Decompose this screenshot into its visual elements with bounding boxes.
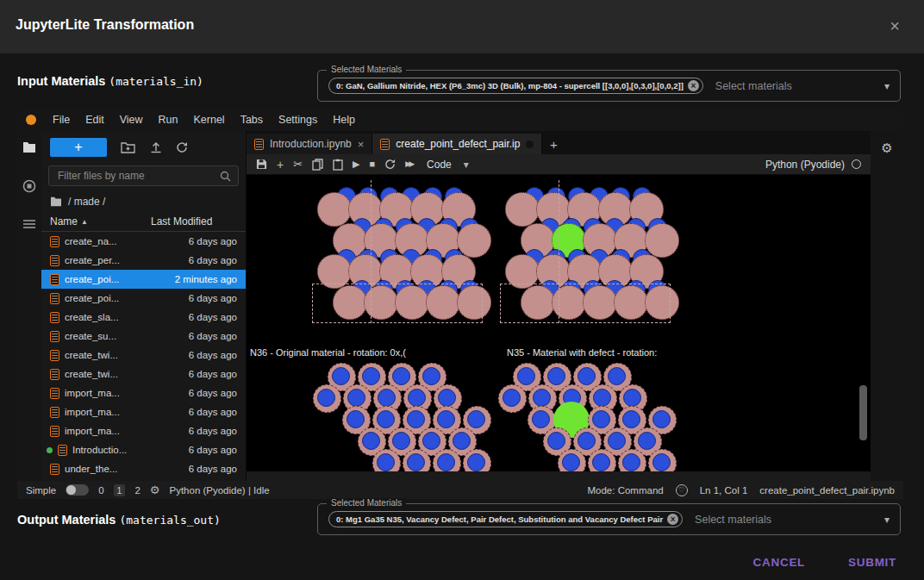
file-row[interactable]: create_sla...6 days ago — [41, 308, 246, 327]
new-tab-button[interactable]: + — [542, 134, 565, 154]
notebook-content[interactable]: N36 - Original material - rotation: 0x,(… — [247, 175, 871, 471]
cancel-button[interactable]: CANCEL — [748, 555, 810, 570]
menu-item-edit[interactable]: Edit — [78, 114, 112, 126]
cut-cell-icon[interactable]: ✂ — [293, 159, 303, 170]
cell-type-dropdown[interactable]: Code ▾ — [427, 159, 469, 171]
tab-create-point-defect-pair[interactable]: create_point_defect_pair.ip — [372, 134, 542, 154]
active-file-name: create_point_defect_pair.ipynb — [759, 485, 895, 496]
file-row[interactable]: create_per...6 days ago — [41, 251, 246, 270]
materials-in-code: (materials_in) — [109, 75, 203, 88]
atom-core — [407, 410, 425, 428]
upload-icon[interactable] — [150, 141, 162, 153]
kernel-indicator[interactable]: Python (Pyodide) — [765, 159, 861, 171]
submit-button[interactable]: SUBMIT — [843, 555, 902, 570]
copy-cell-icon[interactable] — [312, 159, 323, 171]
atom-core — [408, 389, 426, 407]
file-row[interactable]: import_ma...6 days ago — [41, 384, 246, 402]
save-icon[interactable] — [256, 159, 267, 170]
chip-remove-icon[interactable]: × — [688, 80, 699, 91]
file-row[interactable]: Introductio...6 days ago — [41, 440, 246, 459]
paste-cell-icon[interactable] — [333, 159, 343, 171]
file-row[interactable]: create_twi...6 days ago — [41, 365, 246, 384]
property-inspector-icon[interactable]: ⚙ — [881, 141, 892, 481]
atom-core — [377, 453, 395, 471]
output-material-chip[interactable]: 0: Mg1 Ga35 N35, Vacancy Defect, Pair De… — [328, 511, 683, 527]
atom-core — [453, 432, 471, 450]
stop-kernel-icon[interactable]: ■ — [370, 159, 376, 169]
atom-core — [547, 367, 565, 385]
main-dock-panel: Introduction.ipynb × create_point_defect… — [247, 131, 871, 481]
column-last-modified[interactable]: Last Modified — [151, 215, 237, 228]
atom-core — [437, 410, 455, 428]
command-mode-indicator[interactable]: Mode: Command — [588, 485, 664, 496]
atom-core — [622, 453, 640, 471]
new-launcher-button[interactable]: + — [50, 138, 107, 157]
file-row[interactable]: import_ma...6 days ago — [41, 421, 246, 440]
cursor-position[interactable]: Ln 1, Col 1 — [700, 485, 748, 496]
notebook-file-icon — [50, 274, 59, 285]
atom-core — [362, 432, 380, 450]
right-sidebar: ⚙ — [871, 131, 903, 481]
atom-core — [346, 410, 365, 428]
restart-run-all-icon[interactable]: ▶▶ — [405, 160, 412, 168]
close-tab-icon[interactable]: × — [358, 139, 365, 150]
notebook-scrollbar[interactable] — [859, 385, 867, 440]
running-kernels-icon[interactable] — [22, 179, 36, 193]
atom-core — [407, 453, 425, 471]
menu-item-run[interactable]: Run — [151, 114, 186, 126]
input-materials-select[interactable]: Selected Materials 0: GaN, Gallium Nitri… — [317, 70, 901, 102]
new-folder-icon[interactable] — [121, 141, 136, 153]
restart-kernel-icon[interactable] — [384, 159, 396, 170]
refresh-icon[interactable] — [176, 141, 188, 153]
tab-introduction[interactable]: Introduction.ipynb × — [247, 134, 372, 154]
atom — [403, 449, 431, 471]
output-select-body: 0: Mg1 Ga35 N35, Vacancy Defect, Pair De… — [318, 504, 900, 534]
atom-core — [467, 410, 485, 428]
file-row[interactable]: create_na...6 days ago — [41, 232, 246, 251]
file-row[interactable]: create_twi...6 days ago — [41, 346, 246, 365]
input-materials-text: Input Materials — [17, 74, 109, 88]
file-name: import_ma... — [65, 407, 153, 417]
menu-item-help[interactable]: Help — [325, 114, 363, 126]
atom — [313, 384, 341, 413]
select-materials-placeholder: Select materials — [715, 80, 792, 92]
file-browser-icon[interactable] — [22, 141, 36, 153]
output-materials-select[interactable]: Selected Materials 0: Mg1 Ga35 N35, Vaca… — [317, 503, 901, 535]
file-row[interactable]: create_poi...2 minutes ago — [41, 270, 246, 289]
atom — [558, 449, 586, 471]
input-material-chip[interactable]: 0: GaN, Gallium Nitride, HEX (P6_3mc) 3D… — [328, 78, 703, 94]
add-cell-icon[interactable]: + — [277, 159, 284, 171]
chip-remove-icon[interactable]: × — [667, 514, 678, 525]
file-row[interactable]: create_su...6 days ago — [41, 327, 246, 346]
file-modified: 6 days ago — [158, 293, 237, 303]
menu-item-view[interactable]: View — [112, 114, 151, 126]
terminal-count[interactable]: 0 — [98, 485, 103, 496]
cell-boundary-box — [500, 284, 671, 323]
file-row[interactable]: under_the...6 days ago — [41, 459, 246, 478]
file-modified: 2 minutes ago — [158, 274, 237, 284]
simple-mode-toggle[interactable] — [66, 484, 89, 496]
menu-item-tabs[interactable]: Tabs — [233, 114, 271, 126]
close-icon[interactable]: × — [890, 17, 900, 34]
menu-item-settings[interactable]: Settings — [271, 114, 325, 126]
chevron-down-icon[interactable]: ▾ — [884, 80, 890, 92]
file-row[interactable]: create_poi...6 days ago — [41, 289, 246, 308]
menu-item-file[interactable]: File — [45, 114, 78, 126]
heart-circle-icon[interactable]: ♡ — [676, 484, 688, 496]
menu-items: FileEditViewRunKernelTabsSettingsHelp — [45, 114, 363, 126]
table-of-contents-icon[interactable] — [22, 219, 36, 229]
kernel-status-text[interactable]: Python (Pyodide) | Idle — [169, 485, 269, 496]
column-name[interactable]: Name ▲ — [50, 215, 151, 228]
atom — [618, 449, 646, 471]
atom-core — [578, 367, 596, 385]
chevron-down-icon[interactable]: ▾ — [884, 514, 890, 526]
kernel-count-chip[interactable]: 1 — [114, 484, 126, 496]
session-count[interactable]: 2 — [134, 485, 140, 496]
atom-core — [378, 389, 396, 407]
menu-item-kernel[interactable]: Kernel — [186, 114, 233, 126]
breadcrumb[interactable]: / made / — [41, 191, 246, 212]
file-row[interactable]: import_ma...6 days ago — [41, 402, 246, 421]
filter-files-input[interactable] — [56, 169, 215, 183]
run-cell-icon[interactable]: ▶ — [353, 159, 359, 169]
gear-icon[interactable]: ⚙ — [150, 484, 160, 496]
